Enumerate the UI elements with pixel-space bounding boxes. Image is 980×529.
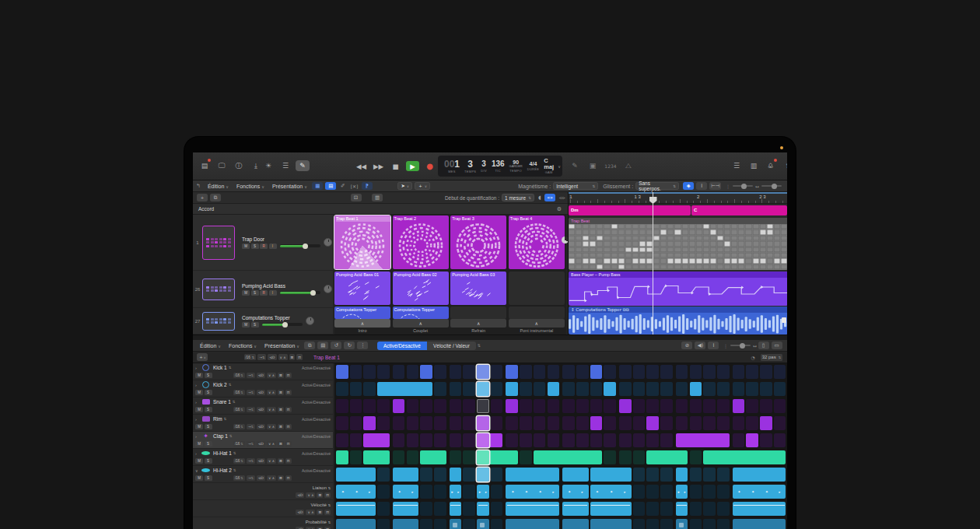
row-fill-icon[interactable]: ⊡ [285,424,292,430]
step-cell[interactable] [463,468,475,482]
clear-icon[interactable]: ⊠ [289,354,296,360]
row-playmode-select[interactable]: → ⇅ [247,390,255,396]
step-cell[interactable] [463,365,475,379]
step-cell[interactable] [450,433,462,447]
pad-icon[interactable]: ▣ [586,160,600,171]
subrow-fill-icon[interactable]: ⊡ [324,492,331,499]
step-cell[interactable] [393,365,405,379]
row-clear-icon[interactable]: ⊠ [278,475,284,482]
subrow-shift-icons[interactable]: ⊲D [296,510,304,516]
step-cell[interactable] [450,450,462,464]
chord-region[interactable]: Dm [569,205,691,215]
subrow-bar[interactable]: ▸▸ [477,485,489,499]
loop-cell[interactable]: Trap Beat 2 [393,215,449,269]
tracks-view-button[interactable]: ▤ [325,182,336,190]
step-cell[interactable] [407,433,419,447]
grid-view-button[interactable]: ▦ [312,182,323,190]
step-cell[interactable] [746,365,758,379]
step-note-tied[interactable] [506,468,559,482]
subrow-bar[interactable] [590,502,632,516]
row-fill-icon[interactable]: ⊡ [285,390,292,396]
step-cell[interactable] [463,382,475,396]
track-header-2[interactable]: 26Pumping Acid BassMSRI [193,271,333,308]
step-cell[interactable] [760,382,772,396]
metronome-icon[interactable]: ⧍ [621,160,635,171]
prev-next-icons[interactable]: ⊲⊳ [559,195,565,200]
step-note-tied[interactable] [703,450,786,464]
step-cell[interactable] [520,382,532,396]
step-cell[interactable] [690,365,702,379]
displays-icon[interactable]: 🖵 [215,160,229,171]
pattern-region[interactable]: Trap Beat [569,218,787,270]
step-cell[interactable] [590,433,603,447]
subrow-bar[interactable] [506,519,559,529]
playhead-line[interactable] [653,192,653,335]
seq-grid-subrow-probability[interactable] [334,517,787,529]
row-s-button[interactable]: S [205,441,212,447]
row-stepper-icon[interactable]: ⇅ [233,400,236,404]
add-track-button[interactable]: ＋ [197,194,208,201]
subrow-bar[interactable]: ✦▸ [562,485,588,499]
keyboard-icon[interactable]: ▤ [317,342,328,349]
seq-subrow-header-probability[interactable]: Probabilité ⇅⊲D∨ ∧⊠⊡ [193,517,333,529]
step-cell[interactable] [576,382,589,396]
seq-grid-row-3[interactable] [334,398,787,415]
row-clear-icon[interactable]: ⊠ [278,458,284,464]
rotate-right-icon[interactable]: ↻ [344,342,355,349]
step-cell[interactable] [676,399,688,413]
count-in-icon[interactable]: 1234 [604,160,618,171]
step-cell[interactable] [703,399,716,413]
step-cell[interactable] [463,399,475,413]
step-cell[interactable] [491,382,503,396]
scene-trigger-1[interactable]: ∧ [334,319,390,328]
pencil-tool[interactable]: ✎ [296,160,310,171]
step-cell[interactable] [660,468,673,482]
step-cell[interactable] [774,399,786,413]
row-shift-icons[interactable]: ⊲D [257,390,265,396]
volume-slider[interactable] [262,323,303,326]
mixer-icon[interactable]: ☰ [278,160,292,171]
scene-trigger-2[interactable]: ∧ [393,319,449,328]
step-cell[interactable] [350,382,362,396]
step-cell[interactable] [774,365,786,379]
step-cell[interactable] [420,519,432,529]
step-cell[interactable] [407,365,419,379]
track-m-button[interactable]: M [242,322,250,328]
seq-subrow-header-velocity[interactable]: Vélocité ⇅⊲D∨ ∧⊠⊡ [193,500,333,517]
expand-icon[interactable]: › [195,366,201,370]
menu-fonctions[interactable]: Fonctions ∨ [229,343,257,349]
step-cell[interactable] [619,382,632,396]
step-cell[interactable] [690,468,702,482]
step-cell[interactable] [690,519,702,529]
library-icon[interactable]: ▤ [198,160,212,171]
step-cell[interactable] [746,416,758,430]
menu-presentation[interactable]: Présentation ∨ [272,184,307,189]
subrow-bar[interactable] [676,519,688,529]
step-cell[interactable] [703,365,716,379]
pan-knob[interactable] [324,285,332,293]
step-note[interactable] [363,416,376,430]
step-cell[interactable] [336,399,348,413]
seq-grid-row-7[interactable] [334,466,787,483]
step-note[interactable] [336,450,348,464]
step-note[interactable] [506,399,518,413]
row-playmode-select[interactable]: → ⇅ [247,458,255,464]
step-cell[interactable] [434,433,446,447]
step-cell[interactable] [520,450,532,464]
row-rate-select[interactable]: /16 ⇅ [233,475,245,482]
step-cell[interactable] [690,416,702,430]
menu-fonctions[interactable]: Fonctions ∨ [236,184,264,189]
step-cell[interactable] [619,450,632,464]
step-cell[interactable] [434,382,446,396]
step-cell[interactable] [690,502,702,516]
subrow-bar[interactable] [336,519,376,529]
step-cell[interactable] [733,433,745,447]
bass-region[interactable]: Bass Player – Pump Bass [569,272,787,306]
step-cell[interactable] [660,365,673,379]
step-cell[interactable] [717,502,730,516]
play-button[interactable]: ▶ [406,161,419,171]
step-cell[interactable] [733,365,745,379]
row-rate-select[interactable]: /16 ⇅ [233,390,245,396]
step-cell[interactable] [377,416,390,430]
step-cell[interactable] [562,416,575,430]
